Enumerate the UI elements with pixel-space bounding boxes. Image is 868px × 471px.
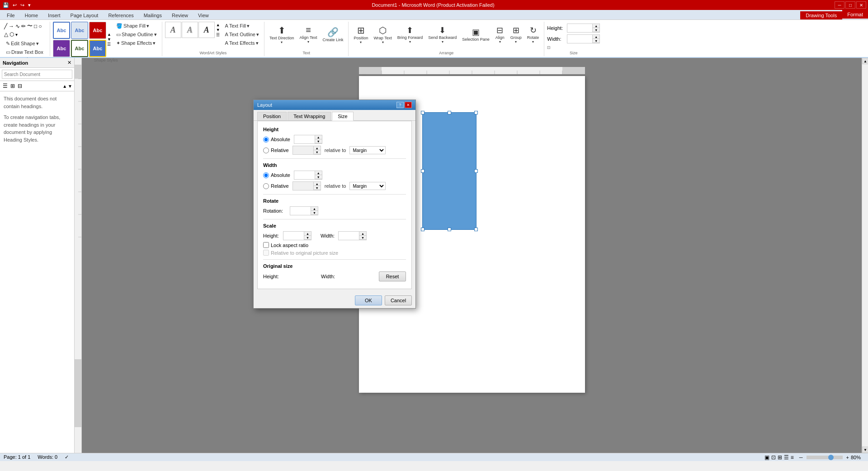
draw-text-box-button[interactable]: ▭ Draw Text Box — [4, 48, 46, 56]
zoom-level[interactable]: 80% — [851, 455, 864, 460]
width-rel-up[interactable]: ▲ — [313, 182, 321, 186]
height-abs-up[interactable]: ▲ — [315, 135, 322, 139]
text-direction-button[interactable]: ⬆ Text Direction ▾ — [267, 22, 297, 47]
shape-tool-2[interactable]: ○ — [38, 23, 42, 30]
rotation-input[interactable]: 0° — [290, 207, 311, 215]
scale-height-down[interactable]: ▼ — [304, 236, 311, 240]
text-fill-button[interactable]: A Text Fill ▾ — [223, 22, 261, 30]
handle-top-right[interactable] — [474, 111, 478, 114]
tab-view[interactable]: View — [193, 10, 214, 19]
shape-style-up[interactable]: ▲ — [107, 32, 111, 37]
freeform-tool[interactable]: ✏ — [21, 23, 26, 30]
shape-more[interactable]: ▾ — [15, 32, 18, 38]
tab-references[interactable]: References — [103, 10, 138, 19]
redo-icon[interactable]: ↪ — [19, 2, 25, 8]
height-relative-to-select[interactable]: Margin Page — [349, 146, 386, 154]
height-relative-spinner[interactable]: ▲ ▼ — [313, 146, 321, 154]
width-relative-spinner[interactable]: ▲ ▼ — [313, 182, 321, 190]
wordart-down[interactable]: ▼ — [216, 28, 220, 32]
nav-list-view[interactable]: ☰ — [2, 82, 9, 90]
height-relative-label[interactable]: Relative — [271, 147, 289, 153]
align-text-button[interactable]: ≡ Align Text ▾ — [297, 22, 320, 47]
align-button[interactable]: ⊟ Align ▾ — [493, 22, 507, 47]
shape-fill-button[interactable]: 🪣 Shape Fill ▾ — [114, 22, 159, 30]
nav-close-button[interactable]: ✕ — [67, 60, 71, 66]
tab-page-layout[interactable]: Page Layout — [66, 10, 104, 19]
height-absolute-label[interactable]: Absolute — [271, 137, 290, 142]
height-absolute-radio[interactable] — [263, 137, 269, 143]
dialog-help-button[interactable]: ? — [396, 102, 404, 108]
shape-style-down[interactable]: ▼ — [107, 37, 111, 42]
width-absolute-input[interactable]: 5 cm — [294, 171, 315, 179]
width-relative-label[interactable]: Relative — [271, 183, 289, 189]
handle-top-mid[interactable] — [448, 111, 451, 114]
rotation-spinner[interactable]: ▲ ▼ — [311, 207, 318, 215]
width-absolute-spinner[interactable]: ▲ ▼ — [315, 171, 322, 179]
dialog-tab-position[interactable]: Position — [257, 112, 287, 120]
nav-controls[interactable]: ✕ — [67, 60, 71, 66]
width-abs-down[interactable]: ▼ — [315, 175, 322, 179]
position-button[interactable]: ⊞ Position ▾ — [351, 22, 370, 47]
undo-icon[interactable]: ↩ — [12, 2, 18, 8]
close-button[interactable]: ✕ — [856, 1, 866, 9]
height-up[interactable]: ▲ — [592, 24, 599, 28]
shape-style-2[interactable]: Abc — [89, 22, 106, 39]
handle-bottom-right[interactable] — [474, 228, 478, 231]
scale-height-up[interactable]: ▲ — [304, 232, 311, 236]
wordart-up[interactable]: ▲ — [216, 23, 220, 27]
height-input[interactable]: 5.31 cm — [567, 24, 592, 32]
edit-shape-button[interactable]: ✎ Edit Shape ▾ — [4, 39, 41, 48]
rotate-button[interactable]: ↻ Rotate ▾ — [525, 22, 542, 47]
wrap-text-button[interactable]: ⬡ Wrap Text ▾ — [371, 22, 394, 47]
width-down[interactable]: ▼ — [592, 39, 599, 43]
scale-height-spinner[interactable]: ▲ ▼ — [304, 232, 311, 240]
width-relative-input[interactable] — [293, 182, 313, 190]
text-outline-button[interactable]: A Text Outline ▾ — [223, 30, 261, 38]
tab-home[interactable]: Home — [20, 10, 43, 19]
dialog-tab-text-wrapping[interactable]: Text Wrapping — [288, 112, 331, 120]
height-abs-down[interactable]: ▼ — [315, 139, 322, 143]
width-relative-to-select[interactable]: Margin Page — [349, 182, 386, 190]
width-up[interactable]: ▲ — [592, 35, 599, 39]
curve-tool[interactable]: ∿ — [15, 23, 20, 30]
height-relative-radio[interactable] — [263, 147, 269, 153]
lock-aspect-label[interactable]: Lock aspect ratio — [271, 243, 308, 248]
handle-mid-right[interactable] — [474, 169, 478, 173]
window-controls[interactable]: ─ □ ✕ — [835, 1, 866, 9]
rotation-down[interactable]: ▼ — [311, 211, 318, 215]
width-abs-up[interactable]: ▲ — [315, 171, 322, 175]
line-tool[interactable]: ╱ — [4, 23, 8, 30]
wordart-2[interactable]: A — [198, 22, 215, 38]
scroll-up-button[interactable]: ▲ — [862, 58, 868, 64]
height-relative-input[interactable] — [293, 146, 313, 154]
nav-up[interactable]: ▲ — [62, 84, 67, 89]
handle-top-left[interactable] — [421, 111, 425, 114]
group-button[interactable]: ⊞ Group ▾ — [508, 22, 524, 47]
handle-mid-left[interactable] — [421, 169, 425, 173]
shape-tool-3[interactable]: △ — [4, 31, 9, 38]
width-input[interactable]: 6.73 cm — [567, 35, 592, 43]
cancel-button[interactable]: Cancel — [385, 295, 412, 305]
maximize-button[interactable]: □ — [845, 1, 855, 9]
quick-access-toolbar[interactable]: 💾 ↩ ↪ ▾ — [2, 2, 32, 8]
shape-effects-button[interactable]: ✦ Shape Effects ▾ — [114, 39, 159, 47]
width-absolute-radio[interactable] — [263, 172, 269, 178]
ok-button[interactable]: OK — [355, 295, 382, 305]
tab-mailings[interactable]: Mailings — [139, 10, 167, 19]
height-down[interactable]: ▼ — [592, 28, 599, 32]
arrow-tool[interactable]: → — [8, 23, 14, 30]
scale-width-down[interactable]: ▼ — [359, 236, 366, 240]
full-reading-btn[interactable]: ⊡ — [771, 454, 776, 461]
minimize-button[interactable]: ─ — [835, 1, 844, 9]
shape-tool-1[interactable]: □ — [33, 23, 38, 30]
nav-grid-view[interactable]: ⊞ — [9, 82, 16, 90]
width-rel-down[interactable]: ▼ — [313, 186, 321, 190]
handle-bottom-mid[interactable] — [448, 228, 451, 231]
dialog-tab-size[interactable]: Size — [332, 112, 353, 121]
tab-format[interactable]: Format — [842, 10, 868, 19]
spell-check-icon[interactable]: ✓ — [65, 454, 69, 460]
rotation-up[interactable]: ▲ — [311, 207, 318, 211]
relative-original-checkbox[interactable] — [263, 250, 269, 256]
print-layout-btn[interactable]: ▣ — [764, 454, 769, 461]
edit-shape-dropdown[interactable]: ▾ — [36, 41, 39, 47]
